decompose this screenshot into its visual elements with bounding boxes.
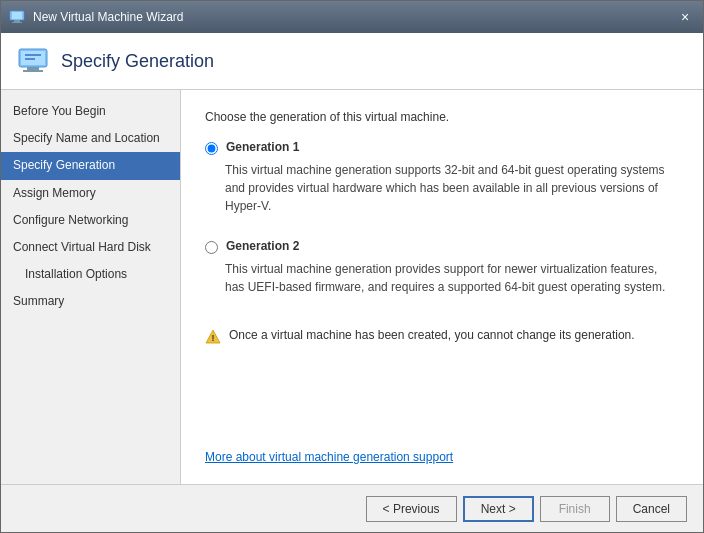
content-area: Before You Begin Specify Name and Locati… xyxy=(1,90,703,484)
sidebar-item-configure-networking[interactable]: Configure Networking xyxy=(1,207,180,234)
generation2-group: Generation 2 This virtual machine genera… xyxy=(205,239,679,308)
generation1-label[interactable]: Generation 1 xyxy=(226,140,299,154)
main-content: Choose the generation of this virtual ma… xyxy=(181,90,703,484)
svg-rect-2 xyxy=(14,20,20,22)
svg-rect-6 xyxy=(27,67,39,70)
window-icon xyxy=(9,9,25,25)
header-title: Specify Generation xyxy=(61,51,214,72)
generation2-radio[interactable] xyxy=(205,241,218,254)
svg-rect-9 xyxy=(25,58,35,60)
instruction-text: Choose the generation of this virtual ma… xyxy=(205,110,679,124)
link-area: More about virtual machine generation su… xyxy=(205,434,679,464)
sidebar-item-installation-options[interactable]: Installation Options xyxy=(1,261,180,288)
sidebar: Before You Begin Specify Name and Locati… xyxy=(1,90,181,484)
generation2-description: This virtual machine generation provides… xyxy=(225,260,679,296)
next-button[interactable]: Next > xyxy=(463,496,534,522)
warning-text: Once a virtual machine has been created,… xyxy=(229,328,635,342)
warning-box: ! Once a virtual machine has been create… xyxy=(205,328,679,345)
sidebar-item-assign-memory[interactable]: Assign Memory xyxy=(1,180,180,207)
generation1-description: This virtual machine generation supports… xyxy=(225,161,679,215)
generation1-group: Generation 1 This virtual machine genera… xyxy=(205,140,679,227)
svg-rect-1 xyxy=(12,12,22,19)
header-section: Specify Generation xyxy=(1,33,703,90)
generation1-radio[interactable] xyxy=(205,142,218,155)
generation2-label[interactable]: Generation 2 xyxy=(226,239,299,253)
title-bar-left: New Virtual Machine Wizard xyxy=(9,9,184,25)
svg-text:!: ! xyxy=(212,333,215,343)
generation2-option: Generation 2 xyxy=(205,239,679,254)
svg-rect-8 xyxy=(25,54,41,56)
previous-button[interactable]: < Previous xyxy=(366,496,457,522)
sidebar-item-connect-virtual-hard-disk[interactable]: Connect Virtual Hard Disk xyxy=(1,234,180,261)
svg-rect-3 xyxy=(12,22,22,23)
finish-button[interactable]: Finish xyxy=(540,496,610,522)
window: New Virtual Machine Wizard × Specify Gen… xyxy=(0,0,704,533)
svg-rect-7 xyxy=(23,70,43,72)
sidebar-item-specify-name[interactable]: Specify Name and Location xyxy=(1,125,180,152)
sidebar-item-specify-generation[interactable]: Specify Generation xyxy=(1,152,180,179)
sidebar-item-summary[interactable]: Summary xyxy=(1,288,180,315)
sidebar-item-before-you-begin[interactable]: Before You Begin xyxy=(1,98,180,125)
generation1-option: Generation 1 xyxy=(205,140,679,155)
cancel-button[interactable]: Cancel xyxy=(616,496,687,522)
header-icon xyxy=(17,45,49,77)
title-bar-title: New Virtual Machine Wizard xyxy=(33,10,184,24)
warning-icon: ! xyxy=(205,329,221,345)
title-bar: New Virtual Machine Wizard × xyxy=(1,1,703,33)
close-button[interactable]: × xyxy=(675,7,695,27)
footer: < Previous Next > Finish Cancel xyxy=(1,484,703,532)
help-link[interactable]: More about virtual machine generation su… xyxy=(205,450,453,464)
